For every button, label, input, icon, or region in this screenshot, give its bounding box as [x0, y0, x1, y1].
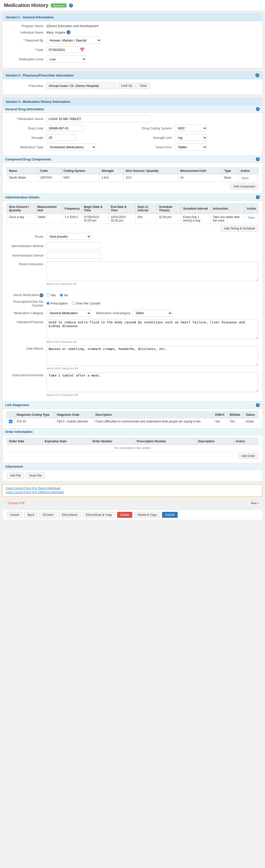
diag-checkbox[interactable] — [9, 420, 12, 423]
diag-check-cell[interactable] — [7, 418, 14, 426]
discontinue-copy-button[interactable]: Discontinue & Copy — [82, 512, 115, 518]
next-button[interactable]: Next > — [247, 500, 263, 506]
col-give-amount: Give Amount / Quantity — [124, 168, 178, 174]
route-instruction-textarea[interactable] — [46, 261, 258, 281]
home-med-no-radio[interactable] — [60, 293, 63, 297]
indication-textarea[interactable]: Used to reduce extra fluid in the body c… — [46, 319, 258, 339]
col-description: Description — [196, 438, 233, 444]
compound-name: Sterile Water — [7, 174, 38, 182]
home-med-yes-radio[interactable] — [46, 293, 49, 297]
section2-header: Section 2 - Pharmacy/Prescriber Informat… — [3, 71, 262, 79]
table-row: Once a day Tablet 1 X DAILY 07/30/2023 0… — [7, 214, 258, 224]
strength-unit-label: Strength Unit — [135, 136, 175, 140]
strength-input[interactable] — [46, 134, 76, 141]
prescription-label: Prescription/Over the Counter — [7, 300, 46, 307]
admin-end-date: 10/31/2023 02:00 pm — [109, 214, 135, 224]
admin-body: Give Amount / Quantity Measurement Unit … — [3, 201, 262, 290]
program-name-label: Program Name — [7, 24, 46, 28]
date-input[interactable] — [46, 46, 79, 53]
route-select[interactable]: Oral (mouth) — [46, 233, 91, 240]
scomm-button[interactable]: SComm — [39, 512, 57, 518]
diag-description: Faces difficulties to communicate and un… — [93, 418, 213, 426]
otc-option-label[interactable]: Over the Counter — [72, 302, 101, 305]
home-medication-label: Home Medication i — [7, 293, 46, 297]
prescriber-input[interactable] — [46, 82, 116, 89]
drug-coding-system-row: Drug Coding System NDC — [135, 125, 258, 132]
notification-level-row: Notification Level Low — [7, 56, 258, 63]
admin-help-icon[interactable]: ? — [256, 195, 260, 199]
drug-code-input[interactable] — [46, 125, 84, 132]
add-timing-row: Add Timing & Schedule — [7, 224, 258, 233]
help-icon[interactable]: ? — [69, 3, 73, 7]
individual-name-label: Individual Name — [7, 31, 46, 34]
discontinue-button[interactable]: Discontinue — [59, 512, 80, 518]
back-button[interactable]: Back — [24, 512, 37, 518]
section2-help-icon[interactable]: ? — [255, 73, 259, 77]
medication-type-row: Medication Type Scheduled (Medication) — [7, 144, 130, 151]
clear-button[interactable]: Clear — [136, 83, 150, 89]
add-component-button[interactable]: Add Component — [230, 184, 258, 189]
side-effects-textarea[interactable]: Nausea or vomiting, stomach cramps, head… — [46, 346, 258, 366]
reported-by-select[interactable]: Hossan, Mariam / Special — [46, 37, 101, 44]
general-drug-help-icon[interactable]: ? — [256, 107, 260, 111]
compound-measurement-unit: ml — [178, 174, 222, 182]
dose-form-select[interactable]: Tablet — [175, 144, 207, 151]
medication-type-select[interactable]: Scheduled (Medication) — [46, 144, 96, 151]
col-frequency: Frequency — [63, 204, 82, 214]
lookup-button[interactable]: Look Up — [118, 83, 135, 89]
side-effects-row: Side Effects Nausea or vomiting, stomach… — [7, 346, 258, 370]
admin-action[interactable]: Open — [245, 214, 258, 224]
otc-radio[interactable] — [72, 302, 75, 305]
copy-same-link[interactable]: Copy Current Form (For Same Individual) — [6, 487, 259, 490]
add-timing-button[interactable]: Add Timing & Schedule — [221, 225, 258, 231]
admin-open-btn[interactable]: Open — [247, 215, 256, 220]
copy-different-link[interactable]: Copy Current Form (For Different Individ… — [6, 491, 259, 494]
indication-row: Indication/Purpose Used to reduce extra … — [7, 319, 258, 343]
compound-help-icon[interactable]: ? — [256, 157, 260, 161]
calendar-icon[interactable]: 📅 — [80, 48, 85, 52]
section1-header: Section 1 - General Information — [3, 14, 262, 21]
general-drug-body: Medication Name Drug Code Drug Coding Sy… — [3, 113, 262, 155]
med-category-row: Medication Category General Medication M… — [7, 310, 258, 317]
strength-unit-select[interactable]: mg — [175, 134, 207, 141]
delete-copy-button[interactable]: Delete & Copy — [134, 512, 160, 518]
home-med-help-icon[interactable]: i — [39, 293, 43, 297]
drug-coding-system-select[interactable]: NDC — [175, 125, 207, 132]
col-measurement-unit: Measurement Unit — [178, 168, 222, 174]
cancel-button[interactable]: Cancel — [7, 512, 22, 518]
add-order-button[interactable]: Add Order — [238, 453, 258, 459]
compound-action[interactable]: Open — [238, 174, 258, 182]
instructions-textarea[interactable]: Take 1 tablet after a meal. — [46, 372, 258, 392]
notification-level-select[interactable]: Low — [46, 56, 86, 63]
med-category-select[interactable]: General Medication — [46, 310, 91, 317]
drug-code-row: Drug Code — [7, 125, 130, 132]
home-med-yes-label[interactable]: Yes — [46, 293, 56, 297]
prescription-option-label[interactable]: Prescription — [46, 302, 68, 305]
admin-method-input[interactable] — [46, 242, 101, 249]
home-med-section: Home Medication i Yes No Prescription/Ov… — [3, 290, 262, 401]
prescription-radio-group: Prescription Over the Counter — [46, 302, 100, 305]
individual-name-row: Individual Name Mary, Angela i — [7, 30, 258, 34]
route-instruction-row: Route Instruction About 512 characters l… — [7, 261, 258, 285]
prescription-radio[interactable] — [46, 302, 49, 305]
link-diag-help-icon[interactable]: ? — [256, 403, 260, 407]
page-title: Medication History — [4, 2, 48, 8]
compound-open-btn[interactable]: Open — [240, 176, 250, 180]
display-pdf-link[interactable]: 📄 Display PDF — [2, 501, 25, 505]
attachment-header: Attachment — [3, 463, 262, 470]
add-file-button[interactable]: Add File — [7, 473, 24, 478]
admin-give-amount: Once a day — [7, 214, 35, 224]
individual-help-icon[interactable]: i — [66, 30, 70, 34]
medication-name-input[interactable] — [46, 115, 151, 122]
admin-device-input[interactable] — [46, 252, 101, 259]
med-subcategory-select[interactable]: Other — [133, 310, 172, 317]
home-med-no-label[interactable]: No — [60, 293, 68, 297]
scan-file-button[interactable]: Scan File — [26, 473, 45, 478]
section2-body: Prescriber Look Up Clear — [3, 79, 262, 95]
col-check — [7, 411, 14, 418]
side-effects-label: Side Effects — [7, 347, 46, 350]
col-action-admin: Action — [245, 204, 258, 214]
delete-button[interactable]: Delete — [117, 512, 132, 518]
submit-button[interactable]: Submit — [162, 512, 178, 518]
col-diag-code: Diagnosis Code — [55, 411, 93, 418]
